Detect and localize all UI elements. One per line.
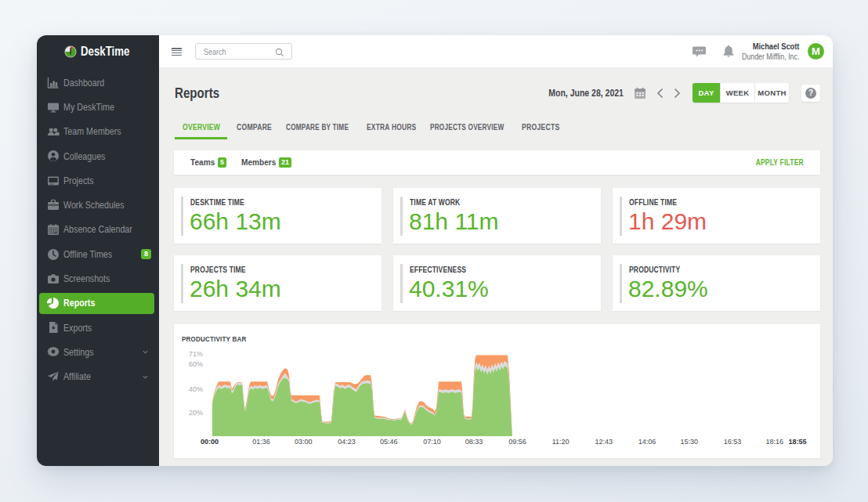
svg-text:?: ?	[808, 88, 813, 97]
